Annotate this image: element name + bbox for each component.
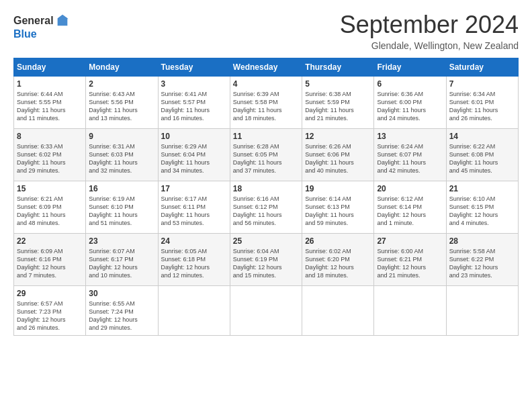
day-info: Sunrise: 6:16 AMSunset: 6:12 PMDaylight:… <box>233 195 299 228</box>
day-number: 23 <box>89 236 154 246</box>
calendar-cell: 29 Sunrise: 6:57 AMSunset: 7:23 PMDaylig… <box>14 286 86 336</box>
day-number: 19 <box>305 184 371 193</box>
day-number: 26 <box>305 236 371 246</box>
day-number: 11 <box>233 132 299 141</box>
calendar-cell <box>230 286 302 336</box>
calendar-cell: 1 Sunrise: 6:44 AMSunset: 5:55 PMDayligh… <box>14 77 86 129</box>
day-number: 22 <box>17 236 83 246</box>
calendar-cell: 24 Sunrise: 6:05 AMSunset: 6:18 PMDaylig… <box>158 234 230 286</box>
calendar-cell <box>374 286 446 336</box>
calendar-header-sunday: Sunday <box>14 58 86 77</box>
calendar-cell: 6 Sunrise: 6:36 AMSunset: 6:00 PMDayligh… <box>374 77 446 129</box>
day-info: Sunrise: 6:02 AMSunset: 6:20 PMDaylight:… <box>305 247 371 280</box>
day-number: 27 <box>377 236 443 246</box>
calendar-header-row: SundayMondayTuesdayWednesdayThursdayFrid… <box>14 58 519 77</box>
calendar-header-wednesday: Wednesday <box>230 58 302 77</box>
header: General Blue September 2024 Glendale, We… <box>13 11 519 51</box>
calendar-cell: 2 Sunrise: 6:43 AMSunset: 5:56 PMDayligh… <box>86 77 158 129</box>
day-info: Sunrise: 6:41 AMSunset: 5:57 PMDaylight:… <box>161 90 227 123</box>
calendar-cell: 28 Sunrise: 5:58 AMSunset: 6:22 PMDaylig… <box>446 234 518 286</box>
day-info: Sunrise: 6:44 AMSunset: 5:55 PMDaylight:… <box>17 90 83 123</box>
day-info: Sunrise: 6:34 AMSunset: 6:01 PMDaylight:… <box>449 90 515 123</box>
calendar-cell: 10 Sunrise: 6:29 AMSunset: 6:04 PMDaylig… <box>158 129 230 181</box>
day-number: 9 <box>89 132 154 141</box>
day-info: Sunrise: 6:21 AMSunset: 6:09 PMDaylight:… <box>17 195 83 228</box>
day-number: 10 <box>161 132 227 141</box>
logo-general-text: General <box>13 15 54 27</box>
calendar-cell: 3 Sunrise: 6:41 AMSunset: 5:57 PMDayligh… <box>158 77 230 129</box>
calendar-cell: 16 Sunrise: 6:19 AMSunset: 6:10 PMDaylig… <box>86 181 158 234</box>
day-number: 5 <box>305 79 371 89</box>
day-number: 3 <box>161 79 227 89</box>
day-number: 14 <box>449 132 515 141</box>
day-number: 15 <box>17 184 83 193</box>
calendar-cell: 4 Sunrise: 6:39 AMSunset: 5:58 PMDayligh… <box>230 77 302 129</box>
day-number: 20 <box>377 184 443 193</box>
calendar-cell: 19 Sunrise: 6:14 AMSunset: 6:13 PMDaylig… <box>302 181 374 234</box>
day-info: Sunrise: 6:26 AMSunset: 6:06 PMDaylight:… <box>305 142 371 175</box>
calendar-cell: 27 Sunrise: 6:00 AMSunset: 6:21 PMDaylig… <box>374 234 446 286</box>
day-number: 13 <box>377 132 443 141</box>
calendar-cell: 23 Sunrise: 6:07 AMSunset: 6:17 PMDaylig… <box>86 234 158 286</box>
calendar-table: SundayMondayTuesdayWednesdayThursdayFrid… <box>13 58 519 336</box>
calendar-cell: 22 Sunrise: 6:09 AMSunset: 6:16 PMDaylig… <box>14 234 86 286</box>
calendar-cell <box>158 286 230 336</box>
calendar-page: General Blue September 2024 Glendale, We… <box>0 0 532 411</box>
day-info: Sunrise: 6:17 AMSunset: 6:11 PMDaylight:… <box>161 195 227 228</box>
calendar-cell: 17 Sunrise: 6:17 AMSunset: 6:11 PMDaylig… <box>158 181 230 234</box>
logo: General Blue <box>13 13 70 40</box>
calendar-cell <box>302 286 374 336</box>
day-info: Sunrise: 6:55 AMSunset: 7:24 PMDaylight:… <box>89 300 154 332</box>
day-info: Sunrise: 6:24 AMSunset: 6:07 PMDaylight:… <box>377 142 443 175</box>
day-info: Sunrise: 6:19 AMSunset: 6:10 PMDaylight:… <box>89 195 154 228</box>
logo-icon <box>55 13 70 28</box>
logo-blue-text: Blue <box>13 28 37 40</box>
day-info: Sunrise: 6:14 AMSunset: 6:13 PMDaylight:… <box>305 195 371 228</box>
day-number: 28 <box>449 236 515 246</box>
day-number: 2 <box>89 79 154 89</box>
calendar-cell: 18 Sunrise: 6:16 AMSunset: 6:12 PMDaylig… <box>230 181 302 234</box>
day-number: 21 <box>449 184 515 193</box>
calendar-cell: 5 Sunrise: 6:38 AMSunset: 5:59 PMDayligh… <box>302 77 374 129</box>
calendar-cell: 14 Sunrise: 6:22 AMSunset: 6:08 PMDaylig… <box>446 129 518 181</box>
day-info: Sunrise: 6:39 AMSunset: 5:58 PMDaylight:… <box>233 90 299 123</box>
day-info: Sunrise: 6:38 AMSunset: 5:59 PMDaylight:… <box>305 90 371 123</box>
day-number: 6 <box>377 79 443 89</box>
calendar-cell: 11 Sunrise: 6:28 AMSunset: 6:05 PMDaylig… <box>230 129 302 181</box>
day-info: Sunrise: 6:29 AMSunset: 6:04 PMDaylight:… <box>161 142 227 175</box>
day-info: Sunrise: 6:36 AMSunset: 6:00 PMDaylight:… <box>377 90 443 123</box>
day-info: Sunrise: 6:10 AMSunset: 6:15 PMDaylight:… <box>449 195 515 228</box>
calendar-cell: 20 Sunrise: 6:12 AMSunset: 6:14 PMDaylig… <box>374 181 446 234</box>
day-info: Sunrise: 6:05 AMSunset: 6:18 PMDaylight:… <box>161 247 227 280</box>
calendar-cell: 25 Sunrise: 6:04 AMSunset: 6:19 PMDaylig… <box>230 234 302 286</box>
calendar-cell: 8 Sunrise: 6:33 AMSunset: 6:02 PMDayligh… <box>14 129 86 181</box>
day-info: Sunrise: 6:33 AMSunset: 6:02 PMDaylight:… <box>17 142 83 175</box>
day-number: 18 <box>233 184 299 193</box>
day-info: Sunrise: 6:12 AMSunset: 6:14 PMDaylight:… <box>377 195 443 228</box>
title-section: September 2024 Glendale, Wellington, New… <box>340 11 519 51</box>
calendar-cell: 21 Sunrise: 6:10 AMSunset: 6:15 PMDaylig… <box>446 181 518 234</box>
calendar-cell: 15 Sunrise: 6:21 AMSunset: 6:09 PMDaylig… <box>14 181 86 234</box>
day-info: Sunrise: 6:09 AMSunset: 6:16 PMDaylight:… <box>17 247 83 280</box>
day-info: Sunrise: 6:22 AMSunset: 6:08 PMDaylight:… <box>449 142 515 175</box>
day-number: 16 <box>89 184 154 193</box>
day-info: Sunrise: 6:04 AMSunset: 6:19 PMDaylight:… <box>233 247 299 280</box>
day-info: Sunrise: 6:57 AMSunset: 7:23 PMDaylight:… <box>17 300 83 332</box>
calendar-header-thursday: Thursday <box>302 58 374 77</box>
day-number: 1 <box>17 79 83 89</box>
month-title: September 2024 <box>340 11 519 39</box>
day-number: 25 <box>233 236 299 246</box>
day-number: 24 <box>161 236 227 246</box>
day-number: 8 <box>17 132 83 141</box>
calendar-cell: 9 Sunrise: 6:31 AMSunset: 6:03 PMDayligh… <box>86 129 158 181</box>
calendar-cell: 30 Sunrise: 6:55 AMSunset: 7:24 PMDaylig… <box>86 286 158 336</box>
calendar-header-saturday: Saturday <box>446 58 518 77</box>
calendar-cell: 26 Sunrise: 6:02 AMSunset: 6:20 PMDaylig… <box>302 234 374 286</box>
calendar-header-monday: Monday <box>86 58 158 77</box>
calendar-header-tuesday: Tuesday <box>158 58 230 77</box>
day-number: 30 <box>89 289 154 298</box>
day-number: 7 <box>449 79 515 89</box>
day-info: Sunrise: 6:43 AMSunset: 5:56 PMDaylight:… <box>89 90 154 123</box>
location-text: Glendale, Wellington, New Zealand <box>340 40 519 51</box>
calendar-cell: 7 Sunrise: 6:34 AMSunset: 6:01 PMDayligh… <box>446 77 518 129</box>
